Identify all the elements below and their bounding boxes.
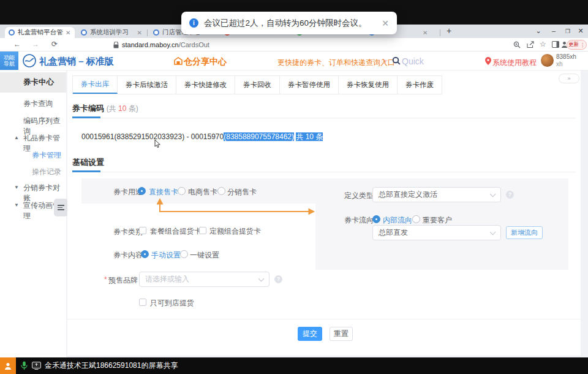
radio-manual-setup-label[interactable]: 手动设置 xyxy=(151,250,181,261)
flow-value: 总部直发 xyxy=(379,228,408,237)
back-icon[interactable]: ← xyxy=(13,40,21,48)
tab-close-icon[interactable]: ✕ xyxy=(66,29,70,36)
checkbox-fixed-combo[interactable] xyxy=(199,227,206,234)
share-center-link[interactable]: 仓分享中心 xyxy=(184,56,227,67)
user-name: 8385xh xyxy=(556,53,576,61)
function-nav-button[interactable]: 功能 导航 xyxy=(0,52,18,70)
browser-tab-label: 系统培训学习 xyxy=(90,28,135,37)
expanded-arrow-icon: ▲ xyxy=(14,135,19,140)
tab-close-icon[interactable]: ✕ xyxy=(423,29,428,36)
tab-card-recycle[interactable]: 券卡回收 xyxy=(235,76,280,94)
chevron-down-icon xyxy=(490,191,496,197)
side-panel-icon[interactable] xyxy=(552,41,559,48)
forward-icon[interactable]: → xyxy=(32,40,39,48)
add-flow-button[interactable]: 新增流向 xyxy=(506,226,543,239)
user-avatar[interactable] xyxy=(541,54,554,67)
refresh-icon[interactable]: ⟳ xyxy=(51,40,58,48)
define-type-value: 总部直接定义激活 xyxy=(379,190,437,199)
browser-tab-2[interactable]: 系统培训学习 ✕ xyxy=(77,27,146,38)
define-type-help-icon[interactable]: ? xyxy=(506,191,514,199)
tab-card-void[interactable]: 券卡作废 xyxy=(398,76,442,94)
flow-select[interactable]: 总部直发 xyxy=(372,225,501,240)
reset-button[interactable]: 重置 xyxy=(330,327,353,341)
address-bar[interactable]: standard.maboy.cn/CardsOut xyxy=(122,41,209,48)
checkbox-store-pickup-only-label[interactable]: 只可到店提货 xyxy=(150,298,194,308)
toast-message: 会议已超过2人，自动转为60分钟限时会议。 xyxy=(204,18,367,29)
tab-card-suspend[interactable]: 券卡暂停使用 xyxy=(280,76,339,94)
radio-one-click-setup-label[interactable]: 一键设置 xyxy=(190,250,219,261)
radio-manual-setup[interactable] xyxy=(141,250,149,258)
bookmark-star-icon[interactable]: ☆ xyxy=(540,40,546,48)
code-count-badge: 共 10 条 xyxy=(296,132,323,141)
radio-distribution-sale[interactable] xyxy=(217,187,225,195)
tab-card-outbound[interactable]: 券卡出库 xyxy=(73,76,118,94)
sidebar-item-distribution-reconciliation[interactable]: ▼ 分销券卡对账 xyxy=(0,183,66,195)
share-icon[interactable] xyxy=(527,41,534,48)
system-tutorial-link[interactable]: 系统使用教程 xyxy=(492,58,537,68)
radio-one-click-setup[interactable] xyxy=(180,250,188,258)
checkbox-fixed-combo-label[interactable]: 定额组合提货卡 xyxy=(209,226,261,237)
warehouse-icon xyxy=(174,57,183,65)
radio-vip-customer-label[interactable]: 重要客户 xyxy=(423,215,452,226)
sidebar-item-card-management[interactable]: 券卡管理 xyxy=(0,150,66,162)
section-underline xyxy=(72,172,576,172)
radio-ecommerce-sale[interactable] xyxy=(178,187,186,195)
quick-entry-text[interactable]: 更快捷的券卡、订单和快递查询入口 xyxy=(277,58,395,68)
define-type-select[interactable]: 总部直接定义激活 xyxy=(372,187,501,202)
tab-card-resume[interactable]: 券卡恢复使用 xyxy=(339,76,398,94)
submit-button[interactable]: 提交 xyxy=(298,327,322,341)
brand-help-icon[interactable]: ? xyxy=(274,275,282,283)
tab-card-later-activation[interactable]: 券卡后续激活 xyxy=(118,76,176,94)
site-favicon xyxy=(9,29,15,36)
radio-internal-flow[interactable] xyxy=(372,215,380,223)
participant-badge[interactable] xyxy=(0,357,16,374)
screen-share-icon[interactable] xyxy=(32,362,41,370)
radio-vip-customer[interactable] xyxy=(412,215,420,223)
sidebar-item-card-query[interactable]: 券卡查询 xyxy=(0,99,66,111)
brand-select[interactable]: 请选择或输入 xyxy=(139,272,270,287)
new-tab-button[interactable]: + xyxy=(445,26,453,36)
basic-section-title: 基础设置 xyxy=(72,157,104,168)
code-range-selected: (8385889075578462) xyxy=(224,132,294,141)
url-domain: standard.maboy.cn xyxy=(122,41,179,48)
sidebar-header: 券卡中心 xyxy=(0,72,66,93)
browser-tab-1[interactable]: 礼盒营销平台管理中心 ✕ xyxy=(5,27,75,38)
category-label: 券卡类别 xyxy=(113,227,143,237)
sidebar-collapse-handle[interactable] xyxy=(54,199,68,216)
required-asterisk: * xyxy=(104,275,107,284)
section-underline-accent xyxy=(72,116,100,118)
window-close-button[interactable]: ✕ xyxy=(576,27,585,35)
card-code-range[interactable]: 00015961(8385291502033923) - 00015970(83… xyxy=(81,132,323,142)
checkbox-package-combo[interactable] xyxy=(139,227,146,234)
sidebar-item-operation-log[interactable]: 操作记录 xyxy=(0,167,66,179)
radio-internal-flow-label[interactable]: 内部流向 xyxy=(383,215,412,226)
toast-close-icon[interactable]: ✕ xyxy=(382,18,389,28)
radio-direct-sale-label[interactable]: 直接售卡 xyxy=(149,187,178,197)
radio-direct-sale[interactable] xyxy=(138,187,146,195)
quick-label[interactable]: Quick xyxy=(402,56,424,66)
browser-menu-icon[interactable]: ⋮ xyxy=(580,42,585,48)
window-minimize-button[interactable]: – xyxy=(549,27,558,34)
menu-lines-icon xyxy=(58,204,64,212)
radio-ecommerce-sale-label[interactable]: 电商售卡 xyxy=(188,187,217,197)
sidebar-item-gift-card-management[interactable]: ▲ 礼品券卡管理 xyxy=(0,133,66,145)
window-menu-chevron-icon[interactable]: ⌄ xyxy=(534,27,543,35)
site-favicon xyxy=(153,29,159,36)
sidebar-item-code-sequence-query[interactable]: 编码序列查询 xyxy=(0,116,66,128)
chrome-update-button[interactable]: 更新 ⋮ xyxy=(567,40,587,50)
radio-distribution-sale-label[interactable]: 分销售卡 xyxy=(227,187,257,197)
tab-close-icon[interactable]: ✕ xyxy=(137,29,142,36)
checkbox-store-pickup-only[interactable] xyxy=(139,299,146,306)
site-favicon xyxy=(81,29,87,36)
pointing-hand-icon: ☞ xyxy=(381,57,388,66)
checkbox-package-combo-label[interactable]: 套餐组合提货卡 xyxy=(150,226,202,237)
quick-search-icon[interactable] xyxy=(392,56,401,65)
user-name-block: 8385xh xh xyxy=(556,53,576,68)
tab-separator xyxy=(147,29,148,36)
microphone-icon[interactable] xyxy=(21,361,28,370)
window-maximize-button[interactable]: ❐ xyxy=(564,28,572,34)
tab-card-quick-edit[interactable]: 券卡快捷修改 xyxy=(176,76,235,94)
zoom-icon[interactable] xyxy=(513,41,521,48)
chevron-down-icon xyxy=(258,276,265,282)
panel-collapse-button[interactable]: » xyxy=(559,74,579,83)
